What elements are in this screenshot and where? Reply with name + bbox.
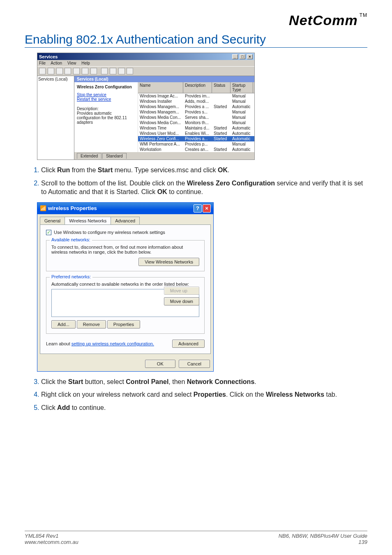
col-description[interactable]: Description (183, 82, 212, 93)
menu-help[interactable]: Help (81, 61, 90, 65)
page-footer: YML854 Rev1 www.netcomm.com.au NB6, NB6W… (25, 531, 367, 545)
service-description-panel: Wireless Zero Configuration Stop the ser… (74, 82, 138, 152)
service-row[interactable]: Wireless Zero Confi...Provides a...Start… (138, 136, 254, 141)
instruction-step: Click the Start button, select Control P… (41, 377, 367, 386)
instruction-step: Right click on your wireless network car… (41, 390, 367, 399)
props-tabs: General Wireless Networks Advanced (40, 217, 211, 224)
properties-button[interactable]: Properties (107, 320, 140, 328)
toolbar-forward-icon[interactable] (48, 68, 54, 74)
services-window: Services _ □ × File Action View Help Ser… (37, 53, 255, 160)
preferred-networks-title: Preferred networks: (50, 274, 92, 279)
instruction-list-a: Click Run from the Start menu. Type serv… (41, 166, 367, 197)
list-header[interactable]: Name Description Status Startup Type (138, 82, 254, 93)
services-menu-bar: File Action View Help (37, 60, 254, 66)
preferred-networks-text: Automatically connect to available netwo… (51, 282, 199, 287)
view-wireless-networks-button[interactable]: View Wireless Networks (138, 258, 199, 266)
help-icon[interactable]: ? (194, 204, 202, 213)
brand-logo: NetCommTM (25, 12, 367, 28)
description-text: Provides automatic configuration for the… (77, 111, 135, 125)
footer-rev: YML854 Rev1 (25, 533, 78, 539)
instruction-step: Click Run from the Start menu. Type serv… (41, 166, 367, 175)
menu-action[interactable]: Action (51, 61, 62, 65)
services-list[interactable]: Name Description Status Startup Type Win… (138, 82, 254, 152)
toolbar-help-icon[interactable] (90, 68, 97, 74)
props-titlebar: 📶 wireless Properties ? × (37, 203, 213, 214)
toolbar-props-icon[interactable] (65, 68, 71, 74)
move-down-button[interactable]: Move down (164, 297, 199, 305)
description-label: Description: (77, 106, 135, 111)
toolbar-back-icon[interactable] (39, 68, 46, 74)
menu-file[interactable]: File (39, 61, 46, 65)
toolbar-up-icon[interactable] (56, 68, 63, 74)
setting-up-wireless-link[interactable]: setting up wireless network configuratio… (71, 341, 154, 346)
restart-service-link[interactable]: Restart the service (77, 97, 135, 102)
wifi-icon: 📶 (40, 205, 46, 211)
available-networks-group: Available networks: To connect to, disco… (46, 240, 205, 271)
brand-tm: TM (360, 12, 367, 18)
instruction-list-b: Click the Start button, select Control P… (41, 377, 367, 412)
cancel-button[interactable]: Cancel (179, 360, 210, 368)
use-windows-checkbox[interactable]: ✓ (46, 230, 51, 235)
page-title: Enabling 802.1x Authentication and Secur… (25, 32, 367, 48)
preferred-networks-group: Preferred networks: Automatically connec… (46, 277, 205, 334)
close-icon[interactable]: × (247, 54, 253, 59)
col-name[interactable]: Name (138, 82, 183, 93)
toolbar-refresh-icon[interactable] (73, 68, 80, 74)
tab-advanced[interactable]: Advanced (111, 217, 140, 224)
footer-url: www.netcomm.com.au (25, 539, 78, 545)
services-tabs: Extended Standard (74, 152, 254, 160)
pane-header: Services (Local) (74, 76, 254, 82)
instruction-step: Scroll to the bottom of the list. Double… (41, 179, 367, 197)
selected-service-name: Wireless Zero Configuration (77, 85, 135, 89)
brand-name: NetComm (289, 12, 358, 28)
service-row[interactable]: Windows TimeMaintains d...StartedAutomat… (138, 125, 254, 131)
learn-about-text: Learn about setting up wireless network … (46, 341, 154, 346)
services-titlebar: Services _ □ × (37, 53, 254, 60)
advanced-button[interactable]: Advanced (172, 340, 205, 348)
available-networks-text: To connect to, disconnect from, or find … (51, 245, 199, 254)
service-row[interactable]: WorkstationCreates an...StartedAutomatic (138, 147, 254, 152)
minimize-icon[interactable]: _ (232, 54, 238, 59)
menu-view[interactable]: View (67, 61, 76, 65)
toolbar-export-icon[interactable] (82, 68, 88, 74)
services-title: Services (39, 54, 58, 59)
service-row[interactable]: Windows Image Ac...Provides im...Manual (138, 93, 254, 99)
tab-general[interactable]: General (40, 217, 65, 224)
toolbar-stop-icon[interactable] (110, 68, 116, 74)
tab-extended[interactable]: Extended (77, 153, 101, 159)
service-row[interactable]: Windows InstallerAdds, modi...Manual (138, 99, 254, 104)
tab-standard[interactable]: Standard (102, 153, 127, 159)
available-networks-title: Available networks: (50, 237, 92, 242)
col-status[interactable]: Status (212, 82, 231, 93)
ok-button[interactable]: OK (145, 360, 175, 368)
close-icon[interactable]: × (203, 204, 211, 213)
add-button[interactable]: Add... (51, 320, 76, 328)
service-row[interactable]: Windows Managem...Provides a ...StartedA… (138, 104, 254, 109)
wireless-properties-window: 📶 wireless Properties ? × General Wirele… (37, 202, 214, 372)
footer-product: NB6, NB6W, NB6Plus4W User Guide (279, 533, 367, 539)
service-row[interactable]: Windows User Mod...Enables Wi...StartedA… (138, 131, 254, 136)
services-toolbar (37, 66, 254, 76)
service-row[interactable]: Windows Media Con...Monitors th...Manual (138, 120, 254, 125)
tab-wireless-networks[interactable]: Wireless Networks (65, 217, 111, 224)
tree-root: Services (Local) (38, 77, 68, 81)
services-tree[interactable]: Services (Local) (37, 76, 74, 160)
stop-service-link[interactable]: Stop the service (77, 92, 135, 97)
move-up-button[interactable]: Move up (164, 287, 199, 295)
service-row[interactable]: Windows Managem...Provides s...Manual (138, 109, 254, 115)
window-controls: _ □ × (232, 54, 253, 59)
footer-page-number: 139 (279, 539, 367, 545)
instruction-step: Click Add to continue. (41, 403, 367, 412)
maximize-icon[interactable]: □ (240, 54, 245, 59)
toolbar-pause-icon[interactable] (118, 68, 125, 74)
col-startup-type[interactable]: Startup Type (231, 82, 253, 93)
toolbar-play-icon[interactable] (101, 68, 108, 74)
service-row[interactable]: WMI Performance A...Provides p...Manual (138, 141, 254, 147)
use-windows-checkbox-row: ✓ Use Windows to configure my wireless n… (46, 230, 205, 235)
props-title: wireless Properties (48, 205, 97, 211)
remove-button[interactable]: Remove (77, 320, 106, 328)
toolbar-restart-icon[interactable] (127, 68, 133, 74)
service-row[interactable]: Windows Media Con...Serves sha...Manual (138, 115, 254, 120)
use-windows-label: Use Windows to configure my wireless net… (54, 230, 165, 235)
